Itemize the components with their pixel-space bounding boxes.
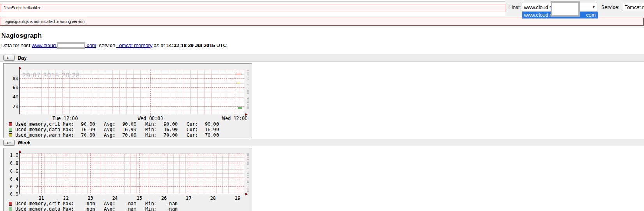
stat-label: Avg: <box>104 132 116 138</box>
day-warn-mark <box>236 83 240 83</box>
day-chart-panel: 29.07.2015 20:28 80 60 40 20 Tue 12:00 W… <box>3 63 252 138</box>
day-x-tick: Wed 12:00 <box>219 116 251 121</box>
data-legend-swatch <box>9 207 12 211</box>
gridline <box>164 153 164 195</box>
week-y-tick: 0.8 <box>4 160 18 166</box>
week-zoom-toggle-button[interactable]: +− <box>3 140 15 146</box>
legend-row: Used_memory,data Max:-nan Avg:-nan Min:-… <box>9 206 187 211</box>
gridline <box>20 87 244 88</box>
week-x-tick: 29 <box>230 195 245 201</box>
stat-value: 16.99 <box>75 127 95 132</box>
week-x-tick: 26 <box>156 195 172 201</box>
stat-label: Cur: <box>187 132 199 138</box>
page-title: Nagiosgraph <box>1 32 42 40</box>
stat-label: Min: <box>145 121 157 127</box>
service-link[interactable]: Tomcat memory <box>116 42 152 48</box>
day-x-tick: Wed 00:00 <box>135 116 166 121</box>
section-bar-week: +− Week <box>0 139 644 146</box>
stat-label: Min: <box>145 127 157 132</box>
stat-value: 16.99 <box>199 127 219 132</box>
week-plot-area <box>20 153 244 194</box>
stat-label: Max: <box>63 121 75 127</box>
section-title-week: Week <box>18 140 31 146</box>
legend-row: Used_memory,crit Max:90.00 Avg:90.00 Min… <box>9 121 228 127</box>
host-link-start[interactable]: www.cloud. <box>32 42 57 48</box>
gridline <box>20 186 244 187</box>
stat-value: -nan <box>75 206 95 211</box>
stat-value: 90.00 <box>116 121 136 127</box>
legend-row: Used_memory,warn Max:70.00 Avg:70.00 Min… <box>9 132 228 137</box>
gridline <box>238 153 238 195</box>
stat-value: 70.00 <box>116 132 136 138</box>
week-x-tick: 28 <box>205 195 221 201</box>
day-y-tick: 20 <box>4 104 18 109</box>
stat-value: 90.00 <box>75 121 95 127</box>
week-x-tick: 27 <box>181 195 196 201</box>
stat-label: Cur: <box>187 127 199 132</box>
banner-nagiosgraph-text: nagiosgraph.js is not installed or wrong… <box>4 19 86 24</box>
stat-value: 70.00 <box>75 132 95 138</box>
week-y-axis <box>19 153 20 194</box>
gridline <box>20 179 244 179</box>
select-arrow-icon: ▼ <box>589 5 595 9</box>
week-x-tick: 25 <box>132 195 147 201</box>
day-zoom-toggle-button[interactable]: +− <box>3 55 15 61</box>
week-x-tick: 22 <box>58 195 74 201</box>
day-crit-mark <box>236 74 242 74</box>
stat-value: -nan <box>75 201 95 206</box>
subtitle-prefix: Data for host <box>1 42 32 48</box>
gridline <box>150 70 151 116</box>
stat-label: Min: <box>145 206 157 211</box>
gridline <box>66 153 66 195</box>
y-axis-arrow-icon <box>19 150 21 153</box>
gridline <box>41 153 42 195</box>
timestamp: 14:32:18 29 Jul 2015 UTC <box>166 42 227 48</box>
stat-value: -nan <box>116 206 136 211</box>
legend-name: Used_memory,data <box>15 127 63 132</box>
legend-name: Used_memory,warn <box>15 132 63 138</box>
day-watermark-date: 29.07.2015 20:28 <box>22 72 80 79</box>
day-y-tick: 60 <box>4 85 18 90</box>
day-y-tick: 40 <box>4 94 18 100</box>
crit-legend-swatch <box>9 202 12 206</box>
rrdtool-credit: RRDTOOL / TOBI OETIKER <box>247 153 249 194</box>
week-x-tick: 21 <box>34 195 49 201</box>
stat-value: 70.00 <box>157 132 178 138</box>
week-y-tick: 0.4 <box>4 176 18 182</box>
gridline <box>20 155 244 155</box>
rrdtool-credit: RRDTOOL / TOBI OETIKER <box>247 70 249 114</box>
legend-row: Used_memory,crit Max:-nan Avg:-nan Min:-… <box>9 201 187 206</box>
week-x-tick: 24 <box>107 195 123 201</box>
week-y-tick: 0.2 <box>4 184 18 190</box>
service-select[interactable]: Tomcat memory <box>623 3 644 11</box>
stat-label: Min: <box>145 201 157 206</box>
service-label: Service: <box>601 4 619 10</box>
week-y-tick: 0.6 <box>4 169 18 174</box>
host-option-prefix: www.cloud.r <box>524 12 551 18</box>
week-chart-panel: 1.0 0.8 0.6 0.4 0.2 0.0 21 22 23 24 25 2… <box>3 148 252 211</box>
stat-label: Min: <box>145 132 157 138</box>
gridline <box>20 97 244 97</box>
stat-label: Max: <box>63 206 75 211</box>
host-link-end[interactable]: .com <box>85 42 96 48</box>
week-x-axis <box>19 194 245 194</box>
data-legend-swatch <box>9 128 12 132</box>
day-x-tick: Tue 12:00 <box>49 116 81 121</box>
redaction-box-inline <box>57 42 85 49</box>
legend-name: Used_memory,crit <box>15 201 63 206</box>
banner-javascript-disabled: JavaScript is disabled. <box>0 4 505 12</box>
stat-value: -nan <box>157 201 178 206</box>
stat-label: Avg: <box>104 127 116 132</box>
gridline <box>213 153 213 195</box>
gridline <box>20 163 244 163</box>
legend-name: Used_memory,data <box>15 206 63 211</box>
gridline <box>235 70 235 116</box>
gridline <box>139 153 140 195</box>
gridline <box>115 153 115 195</box>
week-y-tick: 0.0 <box>4 192 18 197</box>
host-option-suffix: com <box>586 12 596 18</box>
day-data-mark <box>238 107 242 109</box>
stat-label: Avg: <box>104 206 116 211</box>
redaction-box-host <box>551 1 580 17</box>
stat-value: -nan <box>116 201 136 206</box>
